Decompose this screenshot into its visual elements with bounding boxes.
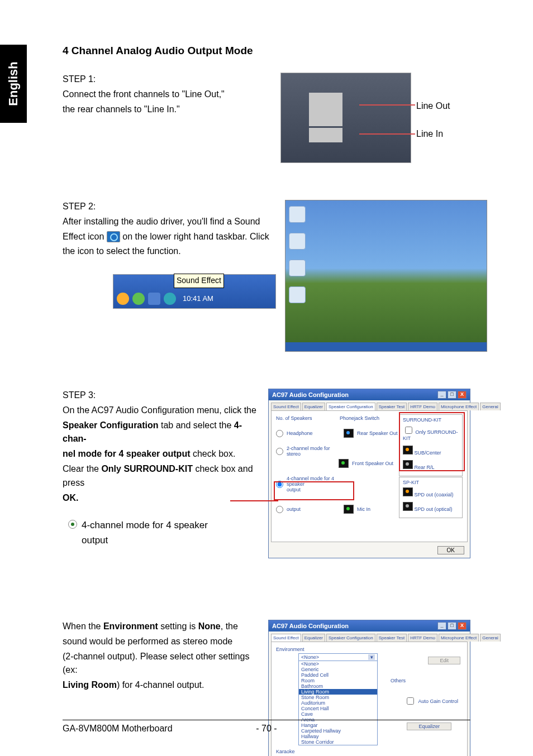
- env-option[interactable]: Stone Corridor: [299, 739, 377, 745]
- env-option[interactable]: Auditorium: [299, 700, 377, 706]
- tab-sound-effect[interactable]: Sound Effect: [271, 634, 301, 642]
- sound-effect-tray-icon-inset[interactable]: [164, 293, 176, 305]
- radio-dot-icon[interactable]: [68, 520, 77, 529]
- section-heading: 4 Channel Analog Audio Output Mode: [63, 45, 470, 57]
- headphone-label: Headphone: [287, 430, 340, 436]
- sound-effect-tray-icon[interactable]: [107, 231, 120, 242]
- step4-line3: (2-channel output). Please select other …: [63, 650, 259, 678]
- close-button[interactable]: X: [458, 622, 467, 630]
- sp-kit-group: SP-KIT SPD out (coaxial) SPD out (optica…: [399, 477, 463, 518]
- tab-sound-effect[interactable]: Sound Effect: [271, 403, 301, 410]
- output-label: output: [287, 506, 340, 512]
- front-speaker-out-label: Front Speaker Out: [352, 461, 393, 466]
- taskbar[interactable]: [285, 342, 487, 351]
- line-out-label: Line Out: [416, 101, 472, 111]
- step3-bold-speaker-config: Speaker Configuration: [63, 420, 159, 430]
- footer-page: - 70 -: [63, 724, 470, 734]
- tab-equalizer[interactable]: Equalizer: [302, 403, 325, 410]
- highlight-surround-kit: [399, 412, 465, 471]
- sp-kit-title: SP-KIT: [403, 480, 459, 485]
- language-tab: English: [6, 61, 21, 106]
- step1-line1: Connect the front channels to "Line Out,…: [63, 88, 272, 102]
- step3-title: STEP 3:: [63, 389, 259, 403]
- env-option[interactable]: Living Room: [299, 689, 377, 695]
- col-no-of-speakers: No. of Speakers: [276, 415, 337, 421]
- tray-clock: 10:41 AM: [183, 293, 213, 304]
- jack-icon: [344, 505, 354, 514]
- env-option[interactable]: Cave: [299, 711, 377, 717]
- maximize-button[interactable]: □: [448, 622, 456, 630]
- tab-microphone-effect[interactable]: Microphone Effect: [439, 634, 479, 642]
- step3-line1: On the AC97 Audio Configuration menu, cl…: [63, 404, 259, 418]
- radio-headphone[interactable]: [276, 430, 283, 437]
- others-label: Others: [391, 678, 406, 683]
- env-option[interactable]: Hallway: [299, 734, 377, 739]
- step2-line2: Effect icon on the lower right hand task…: [63, 230, 276, 244]
- step3-line2b: tab and select the: [159, 420, 234, 430]
- tab-speaker-test[interactable]: Speaker Test: [377, 403, 407, 410]
- step1-line2: the rear channels to "Line In.": [63, 103, 272, 117]
- edit-button[interactable]: Edit: [428, 657, 460, 664]
- env-option[interactable]: Generic: [299, 667, 377, 672]
- radio-2channel[interactable]: [276, 448, 283, 455]
- tab-hrtf-demo[interactable]: HRTF Demo: [408, 634, 437, 642]
- step4-line4: Living Room) for 4-channel output.: [63, 678, 259, 692]
- tray-icon-3[interactable]: [148, 293, 160, 305]
- env-option[interactable]: Concert Hall: [299, 706, 377, 711]
- radio-output[interactable]: [276, 506, 283, 513]
- step4-line2: sound would be performed as stereo mode: [63, 635, 259, 649]
- step3-bold-4chan-b: nel mode for 4 speaker output: [63, 449, 190, 458]
- tab-equalizer[interactable]: Equalizer: [302, 634, 325, 642]
- tray-icon-2[interactable]: [132, 293, 145, 305]
- desktop-icon[interactable]: [289, 260, 306, 276]
- tab-microphone-effect[interactable]: Microphone Effect: [439, 403, 479, 410]
- step3-ok: OK.: [63, 491, 259, 505]
- step1-title: STEP 1:: [63, 73, 272, 87]
- line-in-label: Line In: [416, 129, 472, 139]
- environment-selected: <None>: [301, 654, 319, 660]
- step3-bold-surroundkit: Only SURROUND-KIT: [101, 464, 193, 473]
- environment-group-label: Environment: [276, 647, 463, 652]
- spdif-opt-label: SPD out (optical): [415, 506, 453, 512]
- ac97-window-speaker: AC97 Audio Configuration _ □ X Sound Eff…: [268, 389, 470, 558]
- step3-line3: nel mode for 4 speaker output check box.: [63, 447, 259, 461]
- step3-line2: Speaker Configuration tab and select the…: [63, 419, 259, 447]
- env-option[interactable]: Padded Cell: [299, 672, 377, 678]
- env-option[interactable]: Bathroom: [299, 683, 377, 689]
- rear-speaker-out-label: Rear Speaker Out: [357, 430, 398, 436]
- radio-snippet-line2: output: [82, 535, 108, 546]
- tab-speaker-configuration[interactable]: Speaker Configuration: [326, 403, 375, 410]
- step2-line3: the icon to select the function.: [63, 245, 276, 259]
- callout-line: [230, 500, 278, 501]
- tab-speaker-configuration[interactable]: Speaker Configuration: [326, 634, 375, 642]
- mic-in-label: Mic In: [357, 506, 370, 512]
- jack-icon: [344, 429, 354, 438]
- radio-snippet-line1: 4-channel mode for 4 speaker: [82, 520, 208, 530]
- minimize-button[interactable]: _: [437, 391, 446, 399]
- desktop-icon[interactable]: [289, 233, 306, 250]
- tab-general[interactable]: General: [480, 634, 500, 642]
- step2-line1: After installing the audio driver, you'l…: [63, 215, 276, 229]
- desktop-icon[interactable]: [289, 206, 306, 223]
- radio-4channel-snippet: 4-channel mode for 4 speaker output: [68, 518, 259, 548]
- tooltip-sound-effect: Sound Effect: [174, 274, 224, 288]
- tray-icon-1[interactable]: [117, 293, 129, 305]
- env-option[interactable]: <None>: [299, 661, 377, 667]
- env-option[interactable]: Stone Room: [299, 695, 377, 700]
- desktop-icon[interactable]: [289, 286, 306, 303]
- jack-icon: [403, 487, 413, 496]
- two-channel-label: 2-channel mode for stereo: [287, 446, 340, 457]
- tab-hrtf-demo[interactable]: HRTF Demo: [408, 403, 437, 410]
- tab-general[interactable]: General: [480, 403, 500, 410]
- ok-button[interactable]: OK: [437, 546, 464, 554]
- tab-speaker-test[interactable]: Speaker Test: [377, 634, 407, 642]
- auto-gain-label: Auto Gain Control: [418, 698, 458, 704]
- step2-title: STEP 2:: [63, 200, 276, 214]
- minimize-button[interactable]: _: [437, 622, 446, 630]
- taskbar-screenshot: Sound Effect 10:41 AM: [113, 274, 276, 309]
- close-button[interactable]: X: [458, 391, 467, 399]
- maximize-button[interactable]: □: [448, 391, 456, 399]
- chevron-down-icon[interactable]: ▾: [368, 654, 375, 660]
- env-option[interactable]: Room: [299, 678, 377, 683]
- auto-gain-checkbox[interactable]: [407, 697, 414, 705]
